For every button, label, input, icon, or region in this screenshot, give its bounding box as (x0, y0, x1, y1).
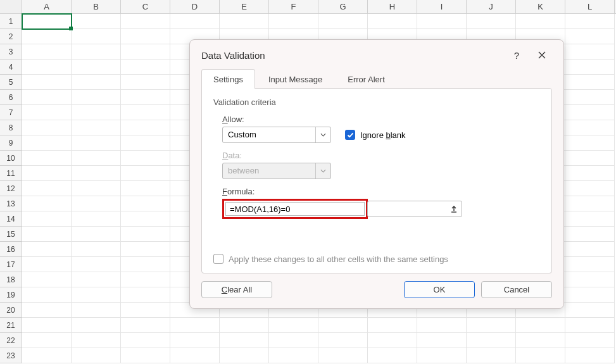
cell[interactable] (121, 120, 170, 135)
col-header[interactable]: C (121, 0, 170, 13)
cell[interactable] (318, 318, 368, 333)
cell[interactable] (565, 60, 615, 75)
cell[interactable] (22, 181, 72, 196)
cell[interactable] (318, 14, 368, 29)
cell[interactable] (121, 181, 170, 196)
dialog-titlebar[interactable]: Data Validation ? (190, 40, 563, 69)
cell[interactable] (220, 333, 269, 348)
cell[interactable] (565, 75, 615, 90)
cell[interactable] (565, 166, 615, 181)
cell[interactable] (72, 348, 121, 363)
tab-settings[interactable]: Settings (201, 69, 255, 89)
cell[interactable] (565, 135, 615, 151)
cell[interactable] (565, 211, 615, 227)
cell[interactable] (121, 272, 170, 287)
cell[interactable] (72, 303, 121, 318)
col-header[interactable]: J (467, 0, 516, 13)
cell[interactable] (121, 29, 170, 44)
cell[interactable] (72, 318, 121, 333)
cell[interactable] (368, 333, 417, 348)
row-header[interactable]: 14 (0, 211, 22, 227)
col-header[interactable]: L (565, 0, 615, 13)
cell[interactable] (121, 257, 170, 272)
formula-input[interactable] (225, 202, 365, 216)
row-header[interactable]: 21 (0, 318, 22, 333)
row-header[interactable]: 4 (0, 60, 22, 75)
cell[interactable] (22, 318, 72, 333)
cell[interactable] (269, 333, 318, 348)
cell[interactable] (121, 227, 170, 242)
cell[interactable] (121, 90, 170, 105)
cell[interactable] (565, 287, 615, 303)
cell[interactable] (417, 333, 467, 348)
allow-combobox[interactable]: Custom (222, 127, 331, 143)
formula-range-box[interactable] (367, 201, 462, 217)
cell[interactable] (565, 303, 615, 318)
row-header[interactable]: 19 (0, 287, 22, 303)
cell[interactable] (72, 105, 121, 120)
cell[interactable] (22, 90, 72, 105)
col-header[interactable]: B (72, 0, 121, 13)
cell[interactable] (565, 14, 615, 29)
cell[interactable] (72, 135, 121, 151)
cell[interactable] (467, 333, 516, 348)
cell[interactable] (121, 75, 170, 90)
cell[interactable] (565, 29, 615, 44)
cell[interactable] (22, 14, 72, 29)
row-header[interactable]: 9 (0, 135, 22, 151)
tab-input-message[interactable]: Input Message (256, 69, 334, 89)
cell[interactable] (565, 151, 615, 166)
cell[interactable] (565, 257, 615, 272)
cell[interactable] (121, 196, 170, 211)
cell[interactable] (516, 333, 565, 348)
cell[interactable] (121, 14, 170, 29)
cell[interactable] (121, 333, 170, 348)
cell[interactable] (121, 303, 170, 318)
close-button[interactable] (529, 46, 555, 64)
cell[interactable] (467, 14, 516, 29)
cell[interactable] (121, 211, 170, 227)
cell[interactable] (72, 29, 121, 44)
cell[interactable] (565, 333, 615, 348)
cell[interactable] (467, 318, 516, 333)
cell[interactable] (72, 75, 121, 90)
cell[interactable] (72, 90, 121, 105)
cell[interactable] (72, 151, 121, 166)
row-header[interactable]: 20 (0, 303, 22, 318)
row-header[interactable]: 2 (0, 29, 22, 44)
cell[interactable] (368, 318, 417, 333)
col-header[interactable]: G (318, 0, 368, 13)
cell[interactable] (72, 287, 121, 303)
cell[interactable] (170, 318, 220, 333)
cell[interactable] (516, 348, 565, 363)
cell[interactable] (22, 303, 72, 318)
cell[interactable] (269, 14, 318, 29)
row-header[interactable]: 13 (0, 196, 22, 211)
cell[interactable] (22, 29, 72, 44)
row-header[interactable]: 15 (0, 227, 22, 242)
row-header[interactable]: 5 (0, 75, 22, 90)
col-header[interactable]: A (22, 0, 72, 13)
col-header[interactable]: I (417, 0, 467, 13)
cell[interactable] (565, 272, 615, 287)
cell[interactable] (121, 151, 170, 166)
cell[interactable] (72, 272, 121, 287)
row-header[interactable]: 22 (0, 333, 22, 348)
cell[interactable] (72, 181, 121, 196)
row-header[interactable]: 1 (0, 14, 22, 29)
row-header[interactable]: 23 (0, 348, 22, 363)
cell[interactable] (121, 135, 170, 151)
cell[interactable] (22, 135, 72, 151)
col-header[interactable]: K (516, 0, 565, 13)
cell[interactable] (220, 318, 269, 333)
cell[interactable] (417, 318, 467, 333)
cell[interactable] (565, 90, 615, 105)
cell[interactable] (565, 120, 615, 135)
cell[interactable] (22, 287, 72, 303)
cell[interactable] (368, 14, 417, 29)
row-header[interactable]: 17 (0, 257, 22, 272)
cell[interactable] (22, 151, 72, 166)
cell[interactable] (22, 211, 72, 227)
cell[interactable] (121, 348, 170, 363)
cell[interactable] (22, 75, 72, 90)
